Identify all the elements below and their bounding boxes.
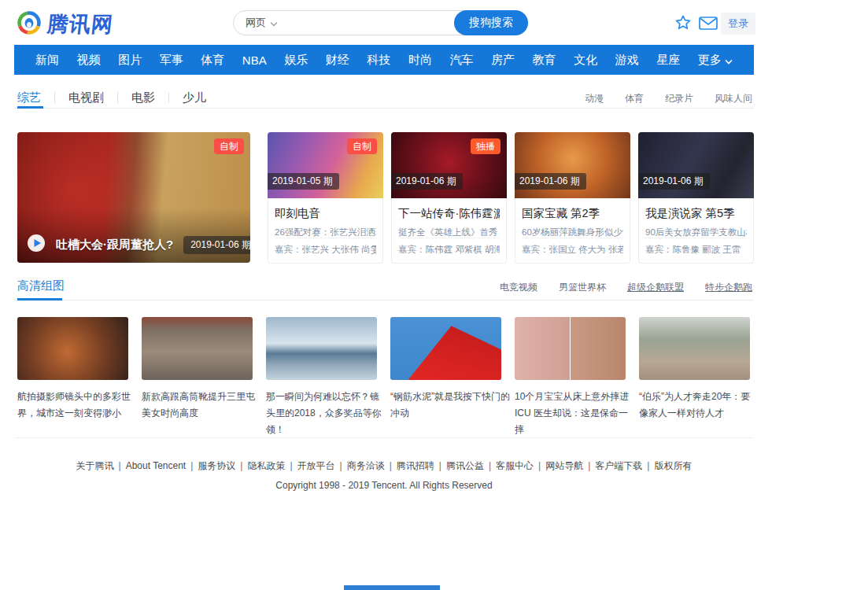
photo-card[interactable]: 那一瞬间为何难以忘怀？镜头里的2018，众多奖品等你领！ bbox=[266, 317, 377, 438]
nav-item-culture[interactable]: 文化 bbox=[574, 53, 597, 68]
divider bbox=[14, 300, 754, 301]
tencent-logo-icon bbox=[16, 9, 42, 39]
category-tabs: 综艺 电视剧 电影 少儿 bbox=[17, 88, 206, 107]
nav-item-edu[interactable]: 教育 bbox=[533, 53, 556, 68]
video-card[interactable]: 自制 2019-01-05 期 即刻电音 26强配对赛：张艺兴泪洒现场 嘉宾：张… bbox=[268, 132, 383, 264]
play-icon[interactable] bbox=[27, 234, 46, 256]
footer-link-business[interactable]: 商务洽谈 bbox=[347, 460, 397, 471]
episode-badge: 2019-01-06 期 bbox=[515, 173, 586, 190]
link-sports[interactable]: 体育 bbox=[625, 92, 644, 105]
search-bar: 网页 搜狗搜索 bbox=[233, 10, 528, 35]
self-produced-badge: 自制 bbox=[347, 138, 377, 154]
link-documentary[interactable]: 纪录片 bbox=[665, 92, 693, 105]
tab-separator bbox=[117, 92, 118, 103]
photo-thumbnail bbox=[639, 317, 750, 380]
video-title[interactable]: 下一站传奇·陈伟霆激动 bbox=[398, 206, 500, 221]
photo-caption[interactable]: 新款高跟高筒靴提升三里屯美女时尚高度 bbox=[142, 389, 261, 422]
search-input[interactable] bbox=[286, 11, 454, 35]
search-scope-dropdown[interactable]: 网页 bbox=[234, 16, 286, 30]
chevron-down-icon bbox=[270, 17, 278, 29]
link-penguin-run[interactable]: 特步企鹅跑 bbox=[705, 281, 752, 294]
video-card-body: 我是演说家 第5季 90后美女放弃留学支教山村 嘉宾：陈鲁豫 郦波 王雷 bbox=[638, 198, 754, 264]
video-title[interactable]: 即刻电音 bbox=[275, 206, 376, 221]
nav-item-house[interactable]: 房产 bbox=[491, 53, 515, 68]
photo-thumbnail bbox=[266, 317, 377, 380]
video-subtitle: 60岁杨丽萍跳舞身形似少女 bbox=[522, 227, 623, 238]
video-subtitle: 26强配对赛：张艺兴泪洒现场 bbox=[275, 227, 376, 238]
nav-item-more[interactable]: 更多 bbox=[698, 53, 733, 68]
link-fengwei[interactable]: 风味人间 bbox=[715, 92, 752, 105]
tab-tv-series[interactable]: 电视剧 bbox=[68, 90, 104, 105]
nav-item-tech[interactable]: 科技 bbox=[367, 53, 390, 68]
nav-item-military[interactable]: 军事 bbox=[160, 53, 183, 68]
photo-caption[interactable]: 10个月宝宝从床上意外摔进 ICU 医生却说：这是保命一摔 bbox=[515, 389, 634, 438]
footer-link-open-platform[interactable]: 开放平台 bbox=[297, 460, 347, 471]
tab-movies[interactable]: 电影 bbox=[131, 90, 155, 105]
nav-item-finance[interactable]: 财经 bbox=[326, 53, 349, 68]
video-guests: 嘉宾：张艺兴 大张伟 尚雯婕 bbox=[275, 238, 376, 256]
photo-thumbnail bbox=[390, 317, 501, 380]
photo-card[interactable]: 航拍摄影师镜头中的多彩世界，城市这一刻变得渺小 bbox=[17, 317, 128, 422]
photo-caption[interactable]: “伯乐”为人才奔走20年：要像家人一样对待人才 bbox=[639, 389, 759, 422]
nav-item-video[interactable]: 视频 bbox=[77, 53, 101, 68]
nav-item-auto[interactable]: 汽车 bbox=[449, 53, 473, 68]
favorite-star-icon[interactable] bbox=[674, 14, 692, 35]
nav-item-news[interactable]: 新闻 bbox=[35, 53, 59, 68]
nav-item-ent[interactable]: 娱乐 bbox=[284, 53, 308, 68]
photo-caption[interactable]: “钢筋水泥”就是我按下快门的冲动 bbox=[390, 389, 510, 422]
footer-link-sitemap[interactable]: 网站导航 bbox=[545, 460, 595, 471]
video-title[interactable]: 国家宝藏 第2季 bbox=[522, 206, 623, 221]
search-scope-label: 网页 bbox=[246, 16, 266, 30]
link-penguin-league[interactable]: 超级企鹅联盟 bbox=[627, 281, 684, 294]
photo-caption[interactable]: 那一瞬间为何难以忘怀？镜头里的2018，众多奖品等你领！ bbox=[266, 389, 386, 438]
site-logo[interactable]: 腾讯网 bbox=[16, 9, 113, 39]
mail-icon[interactable] bbox=[699, 17, 718, 33]
episode-badge: 2019-01-06 期 bbox=[183, 236, 250, 254]
nav-item-astro[interactable]: 星座 bbox=[656, 53, 680, 68]
photo-card[interactable]: “钢筋水泥”就是我按下快门的冲动 bbox=[390, 317, 501, 422]
footer-link-client-download[interactable]: 客户端下载 bbox=[595, 460, 654, 471]
footer-links: 关于腾讯About Tencent服务协议隐私政策开放平台商务洽谈腾讯招聘腾讯公… bbox=[14, 459, 754, 473]
footer-link-about-en[interactable]: About Tencent bbox=[126, 460, 198, 471]
nav-item-fashion[interactable]: 时尚 bbox=[408, 53, 432, 68]
video-card[interactable]: 独播 2019-01-06 期 下一站传奇·陈伟霆激动 挺齐全《英雄上线》首秀 … bbox=[391, 132, 507, 264]
video-card[interactable]: 2019-01-06 期 我是演说家 第5季 90后美女放弃留学支教山村 嘉宾：… bbox=[638, 132, 754, 264]
footer-link-service[interactable]: 客服中心 bbox=[496, 460, 545, 471]
footer-link-jobs[interactable]: 腾讯招聘 bbox=[397, 460, 446, 471]
video-title[interactable]: 我是演说家 第5季 bbox=[645, 206, 747, 221]
nav-item-sports[interactable]: 体育 bbox=[201, 53, 224, 68]
nav-item-nba[interactable]: NBA bbox=[242, 53, 267, 67]
photo-thumbnail bbox=[142, 317, 253, 380]
video-card[interactable]: 2019-01-06 期 国家宝藏 第2季 60岁杨丽萍跳舞身形似少女 嘉宾：张… bbox=[515, 132, 630, 264]
nav-item-games[interactable]: 游戏 bbox=[615, 53, 639, 68]
link-anime[interactable]: 动漫 bbox=[585, 92, 604, 105]
footer-link-privacy[interactable]: 隐私政策 bbox=[247, 460, 297, 471]
footer-link-charity[interactable]: 腾讯公益 bbox=[446, 460, 496, 471]
login-button[interactable]: 登录 bbox=[721, 13, 755, 35]
video-guests: 嘉宾：张国立 佟大为 张若昀 bbox=[522, 238, 623, 256]
tab-variety[interactable]: 综艺 bbox=[17, 90, 41, 105]
section-title-hd-photos[interactable]: 高清组图 bbox=[17, 278, 65, 293]
video-guests: 嘉宾：陈鲁豫 郦波 王雷 bbox=[645, 238, 747, 256]
photo-card[interactable]: “伯乐”为人才奔走20年：要像家人一样对待人才 bbox=[639, 317, 750, 422]
link-esports-video[interactable]: 电竞视频 bbox=[500, 281, 537, 294]
footer-link-terms[interactable]: 服务协议 bbox=[198, 460, 247, 471]
featured-overlay: 吐槽大会·跟周董抢人? 2019-01-06 期 bbox=[17, 227, 250, 263]
footer-link-copyright-info[interactable]: 版权所有 bbox=[654, 460, 692, 471]
footer-link-about-cn[interactable]: 关于腾讯 bbox=[76, 460, 126, 471]
photo-card[interactable]: 10个月宝宝从床上意外摔进 ICU 医生却说：这是保命一摔 bbox=[515, 317, 626, 438]
photo-section-links: 电竞视频 男篮世界杯 超级企鹅联盟 特步企鹅跑 bbox=[500, 281, 752, 294]
nav-more-label: 更多 bbox=[698, 53, 722, 68]
below-fold-banner-edge bbox=[344, 585, 440, 590]
featured-video-card[interactable]: 自制 吐槽大会·跟周董抢人? 2019-01-06 期 bbox=[17, 132, 250, 263]
chevron-down-icon bbox=[725, 53, 733, 67]
link-basketball-cup[interactable]: 男篮世界杯 bbox=[559, 281, 606, 294]
photo-caption[interactable]: 航拍摄影师镜头中的多彩世界，城市这一刻变得渺小 bbox=[17, 389, 137, 422]
section-title-underline bbox=[17, 298, 62, 301]
photo-card[interactable]: 新款高跟高筒靴提升三里屯美女时尚高度 bbox=[142, 317, 253, 422]
divider bbox=[14, 108, 754, 109]
divider bbox=[14, 437, 754, 438]
nav-item-pics[interactable]: 图片 bbox=[118, 53, 142, 68]
search-button[interactable]: 搜狗搜索 bbox=[454, 10, 528, 35]
tab-kids[interactable]: 少儿 bbox=[183, 90, 206, 105]
